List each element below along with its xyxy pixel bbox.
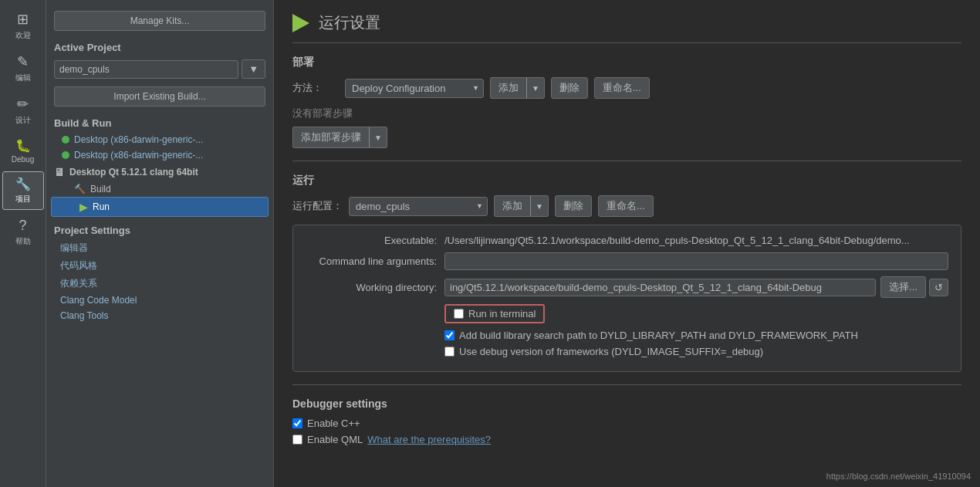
run-in-terminal-box: Run in terminal xyxy=(444,304,545,323)
executable-label: Executable: xyxy=(306,235,444,246)
no-steps-label: 没有部署步骤 xyxy=(292,107,961,120)
run-add-dropdown-arrow[interactable]: ▼ xyxy=(530,195,549,217)
deploy-config-wrapper: Deploy Configuration xyxy=(345,79,484,98)
add-split-button: 添加 ▼ xyxy=(490,77,545,99)
project-select[interactable]: demo_cpuls xyxy=(54,60,238,79)
page-title-row: 运行设置 xyxy=(292,12,961,43)
working-dir-row: Working directory: ing/Qt5.12.1/workspac… xyxy=(306,276,948,298)
add-step-row: 添加部署步骤 ▼ xyxy=(292,127,961,148)
sidebar-item-label: 帮助 xyxy=(15,236,31,247)
cmd-args-input[interactable] xyxy=(444,252,948,270)
monitor-icon: 🖥 xyxy=(54,166,65,178)
enable-cpp-checkbox[interactable] xyxy=(292,418,302,428)
wrench-icon: 🔧 xyxy=(15,177,31,191)
run-in-terminal-checkbox[interactable] xyxy=(454,309,464,319)
delete-button[interactable]: 删除 xyxy=(551,77,588,99)
use-debug-row: Use debug version of frameworks (DYLD_IM… xyxy=(306,346,948,357)
run-config-label: 运行配置： xyxy=(292,199,343,213)
add-step-button[interactable]: 添加部署步骤 xyxy=(292,127,369,148)
sidebar-item-debug[interactable]: 🐛 Debug xyxy=(2,134,44,168)
watermark: https://blog.csdn.net/weixin_41910094 xyxy=(826,472,971,481)
add-build-lib-label: Add build library search path to DYLD_LI… xyxy=(459,330,858,341)
sidebar-item-edit[interactable]: ✎ 编辑 xyxy=(2,49,44,88)
active-dot-2 xyxy=(62,151,69,159)
main-content: 运行设置 部署 方法： Deploy Configuration 添加 ▼ 删除… xyxy=(274,0,980,487)
sidebar-item-label: 编辑 xyxy=(15,73,31,83)
run-config-select[interactable]: demo_cpuls xyxy=(349,197,488,216)
enable-cpp-row: Enable C++ xyxy=(292,418,961,429)
section-divider-2 xyxy=(292,384,961,385)
run-config-row: 运行配置： demo_cpuls 添加 ▼ 删除 重命名... xyxy=(292,195,961,217)
icon-bar: ⊞ 欢迎 ✎ 编辑 ✏ 设计 🐛 Debug 🔧 项目 ? 帮助 xyxy=(0,0,46,487)
add-step-split-button: 添加部署步骤 ▼ xyxy=(292,127,387,148)
play-icon-large xyxy=(292,14,309,32)
tree-item-desktop1[interactable]: Desktop (x86-darwin-generic-... xyxy=(46,132,273,147)
deploy-config-select[interactable]: Deploy Configuration xyxy=(345,79,484,98)
build-label: Build xyxy=(90,184,111,194)
method-row: 方法： Deploy Configuration 添加 ▼ 删除 重命名... xyxy=(292,77,961,99)
active-project-title: Active Project xyxy=(46,36,273,56)
run-in-terminal-label: Run in terminal xyxy=(468,308,536,320)
add-dropdown-arrow[interactable]: ▼ xyxy=(526,77,545,99)
run-in-terminal-row: Run in terminal xyxy=(306,304,948,323)
add-button[interactable]: 添加 xyxy=(490,77,526,99)
project-dropdown-button[interactable]: ▼ xyxy=(242,59,265,79)
working-dir-value[interactable]: ing/Qt5.12.1/workspace/build-demo_cpuls-… xyxy=(444,279,876,296)
sidebar-item-label: Debug xyxy=(12,155,34,164)
import-build-button[interactable]: Import Existing Build... xyxy=(54,86,265,107)
project-settings-title: Project Settings xyxy=(46,217,273,239)
manage-kits-button[interactable]: Manage Kits... xyxy=(54,11,265,31)
run-rename-button[interactable]: 重命名... xyxy=(598,195,654,217)
settings-item-dependencies[interactable]: 依赖关系 xyxy=(46,275,273,293)
section-divider-1 xyxy=(292,161,961,161)
settings-item-editor[interactable]: 编辑器 xyxy=(46,239,273,257)
use-debug-label: Use debug version of frameworks (DYLD_IM… xyxy=(459,346,763,357)
enable-qml-label: Enable QML xyxy=(307,434,363,445)
page-title: 运行设置 xyxy=(319,12,380,33)
hammer-icon: 🔨 xyxy=(74,184,86,194)
sidebar-item-label: 设计 xyxy=(15,115,31,126)
rename-button[interactable]: 重命名... xyxy=(594,77,650,99)
run-add-button[interactable]: 添加 xyxy=(494,195,530,217)
method-label: 方法： xyxy=(292,81,339,95)
add-step-dropdown-arrow[interactable]: ▼ xyxy=(369,127,387,148)
sidebar-item-help[interactable]: ? 帮助 xyxy=(2,213,44,252)
enable-qml-checkbox[interactable] xyxy=(292,435,302,445)
settings-item-clang-tools[interactable]: Clang Tools xyxy=(46,308,273,323)
working-dir-label: Working directory: xyxy=(306,282,444,293)
sidebar-item-design[interactable]: ✏ 设计 xyxy=(2,91,44,130)
enable-cpp-label: Enable C++ xyxy=(307,418,360,429)
prerequisites-link[interactable]: What are the prerequisites? xyxy=(367,434,491,445)
deploy-section-label: 部署 xyxy=(292,56,961,69)
help-icon: ? xyxy=(19,218,26,234)
run-config-box: Executable: /Users/lijinwang/Qt5.12.1/wo… xyxy=(292,225,961,372)
build-child[interactable]: 🔨 Build xyxy=(46,181,273,197)
tree-item-label-1: Desktop (x86-darwin-generic-... xyxy=(74,134,203,145)
build-run-title: Build & Run xyxy=(46,111,273,132)
sidebar-item-welcome[interactable]: ⊞ 欢迎 xyxy=(2,6,44,46)
run-section-label: 运行 xyxy=(292,174,961,188)
kit-parent[interactable]: 🖥 Desktop Qt 5.12.1 clang 64bit xyxy=(46,163,273,181)
executable-row: Executable: /Users/lijinwang/Qt5.12.1/wo… xyxy=(306,235,948,246)
tree-item-desktop2[interactable]: Desktop (x86-darwin-generic-... xyxy=(46,147,273,163)
design-icon: ✏ xyxy=(17,96,29,113)
choose-button[interactable]: 选择... xyxy=(880,276,926,298)
tree-item-label-2: Desktop (x86-darwin-generic-... xyxy=(74,150,203,161)
enable-qml-row: Enable QML What are the prerequisites? xyxy=(292,434,961,445)
refresh-button[interactable]: ↺ xyxy=(929,279,948,296)
run-delete-button[interactable]: 删除 xyxy=(555,195,592,217)
sidebar-item-label: 项目 xyxy=(15,194,31,205)
use-debug-checkbox[interactable] xyxy=(444,347,455,357)
add-build-lib-checkbox[interactable] xyxy=(444,330,455,340)
sidebar-item-project[interactable]: 🔧 项目 xyxy=(2,171,44,210)
project-select-row: demo_cpuls ▼ xyxy=(54,59,265,79)
run-add-split-button: 添加 ▼ xyxy=(494,195,549,217)
cmd-args-row: Command line arguments: xyxy=(306,252,948,270)
edit-icon: ✎ xyxy=(17,53,29,70)
settings-item-code-style[interactable]: 代码风格 xyxy=(46,257,273,275)
settings-item-clang-code[interactable]: Clang Code Model xyxy=(46,293,273,308)
run-child[interactable]: ▶ Run xyxy=(51,197,269,217)
grid-icon: ⊞ xyxy=(17,11,29,28)
sidebar: Manage Kits... Active Project demo_cpuls… xyxy=(46,0,274,487)
active-dot-1 xyxy=(62,136,69,144)
